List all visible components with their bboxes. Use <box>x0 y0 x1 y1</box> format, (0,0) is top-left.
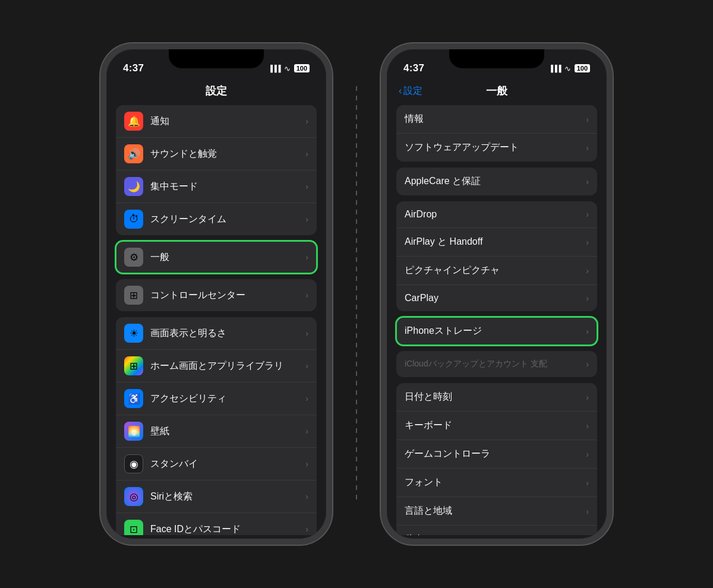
right-phone-frame: 4:37 ▐▐▐ ∿ 100 ‹ 設定 一般 情報 › <box>381 43 613 545</box>
chevron-storage: › <box>586 327 589 336</box>
settings-item-icloud[interactable]: iCloudバックアップとアカウント 支配 › <box>396 351 597 377</box>
right-settings-group-storage: iPhoneストレージ › <box>396 317 597 345</box>
settings-group-display: ☀ 画面表示と明るさ › ⊞ ホーム画面とアプリライブラリ › ♿ アクセシビリ… <box>116 317 317 535</box>
focus-icon: 🌙 <box>124 177 143 196</box>
settings-item-accessibility[interactable]: ♿ アクセシビリティ › <box>116 382 317 415</box>
right-settings-group-3: AirDrop › AirPlay と Handoff › ピクチャインピクチャ… <box>396 201 597 311</box>
back-label: 設定 <box>403 85 422 97</box>
settings-item-storage[interactable]: iPhoneストレージ › <box>396 317 597 345</box>
settings-item-faceid[interactable]: ⊡ Face IDとパスコード › <box>116 513 317 535</box>
status-icons-right: ▐▐▐ ∿ 100 <box>548 64 590 73</box>
left-phone-frame: 4:37 ▐▐▐ ∿ 100 設定 🔔 通知 › <box>100 43 332 545</box>
settings-item-homescreen[interactable]: ⊞ ホーム画面とアプリライブラリ › <box>116 350 317 382</box>
pip-label: ピクチャインピクチャ <box>405 264 586 277</box>
carplay-label: CarPlay <box>405 293 586 304</box>
page-title-right: 一般 <box>486 84 507 98</box>
screentime-icon: ⏱ <box>124 210 143 229</box>
faceid-icon: ⊡ <box>124 520 143 535</box>
chevron-standby: › <box>305 459 308 469</box>
chevron-airplay: › <box>586 238 589 247</box>
settings-list-left: 🔔 通知 › 🔊 サウンドと触覚 › 🌙 集中モード › ⏱ スクリーンタイム <box>106 105 326 535</box>
settings-item-airdrop[interactable]: AirDrop › <box>396 201 597 228</box>
signal-icon-right: ▐▐▐ <box>548 65 560 72</box>
settings-group-1: 🔔 通知 › 🔊 サウンドと触覚 › 🌙 集中モード › ⏱ スクリーンタイム <box>116 105 317 235</box>
nav-header-left: 設定 <box>106 79 326 105</box>
page-title-left: 設定 <box>206 84 227 98</box>
chevron-airdrop: › <box>586 210 589 219</box>
chevron-accessibility: › <box>305 394 308 403</box>
chevron-screentime: › <box>305 214 308 224</box>
chevron-pip: › <box>586 266 589 276</box>
sound-label: サウンドと触覚 <box>150 148 305 160</box>
settings-item-datetime[interactable]: 日付と時刻 › <box>396 383 597 412</box>
chevron-datetime: › <box>586 393 589 402</box>
applecare-label: AppleCare と保証 <box>405 175 586 188</box>
chevron-carplay: › <box>586 293 589 303</box>
display-icon: ☀ <box>124 324 143 343</box>
nav-header-right: ‹ 設定 一般 <box>387 79 607 105</box>
airdrop-label: AirDrop <box>405 209 586 220</box>
settings-item-focus[interactable]: 🌙 集中モード › <box>116 170 317 203</box>
chevron-display: › <box>305 328 308 338</box>
battery-indicator-right: 100 <box>575 64 590 72</box>
settings-item-wallpaper[interactable]: 🌅 壁紙 › <box>116 415 317 448</box>
time-right: 4:37 <box>403 62 424 74</box>
settings-item-general[interactable]: ⚙ 一般 › <box>116 241 317 273</box>
control-icon: ⊞ <box>124 286 143 305</box>
chevron-software: › <box>586 143 589 153</box>
right-settings-group-1: 情報 › ソフトウェアアップデート › <box>396 105 597 162</box>
standby-label: スタンバイ <box>150 458 305 470</box>
settings-item-display[interactable]: ☀ 画面表示と明るさ › <box>116 317 317 350</box>
keyboard-label: キーボード <box>405 419 586 432</box>
chevron-fonts: › <box>586 478 589 488</box>
settings-item-keyboard[interactable]: キーボード › <box>396 412 597 440</box>
gamecontroller-label: ゲームコントローラ <box>405 448 586 460</box>
chevron-focus: › <box>305 182 308 191</box>
chevron-applecare: › <box>586 177 589 186</box>
wallpaper-icon: 🌅 <box>124 422 143 441</box>
storage-label: iPhoneストレージ <box>405 325 586 337</box>
settings-item-pip[interactable]: ピクチャインピクチャ › <box>396 257 597 285</box>
settings-item-sound[interactable]: 🔊 サウンドと触覚 › <box>116 138 317 170</box>
chevron-homescreen: › <box>305 361 308 371</box>
settings-item-applecare[interactable]: AppleCare と保証 › <box>396 167 597 195</box>
phone-divider <box>356 86 357 502</box>
settings-item-airplay[interactable]: AirPlay と Handoff › <box>396 228 597 257</box>
left-phone: 4:37 ▐▐▐ ∿ 100 設定 🔔 通知 › <box>100 43 332 545</box>
screentime-label: スクリーンタイム <box>150 213 305 226</box>
settings-item-fonts[interactable]: フォント › <box>396 469 597 497</box>
homescreen-icon: ⊞ <box>124 356 143 375</box>
fonts-label: フォント <box>405 476 586 489</box>
settings-item-control[interactable]: ⊞ コントロールセンター › <box>116 279 317 311</box>
settings-item-info[interactable]: 情報 › <box>396 105 597 134</box>
standby-icon: ◉ <box>124 454 143 473</box>
sound-icon: 🔊 <box>124 144 143 163</box>
chevron-language: › <box>586 507 589 516</box>
settings-item-standby[interactable]: ◉ スタンバイ › <box>116 448 317 480</box>
general-label: 一般 <box>150 251 305 264</box>
chevron-control: › <box>305 290 308 300</box>
icloud-label: iCloudバックアップとアカウント 支配 <box>405 359 586 369</box>
settings-item-notifications[interactable]: 🔔 通知 › <box>116 105 317 138</box>
settings-item-dictionary[interactable]: 辞書 › <box>396 526 597 535</box>
dictionary-label: 辞書 <box>405 533 586 535</box>
chevron-dictionary: › <box>586 535 589 536</box>
right-settings-group-2: AppleCare と保証 › <box>396 167 597 195</box>
info-label: 情報 <box>405 113 586 125</box>
control-label: コントロールセンター <box>150 289 305 302</box>
settings-item-carplay[interactable]: CarPlay › <box>396 285 597 311</box>
right-settings-group-5: iCloudバックアップとアカウント 支配 › <box>396 351 597 377</box>
settings-item-gamecontroller[interactable]: ゲームコントローラ › <box>396 440 597 469</box>
chevron-siri: › <box>305 492 308 501</box>
settings-group-general: ⚙ 一般 › <box>116 241 317 273</box>
settings-item-language[interactable]: 言語と地域 › <box>396 497 597 526</box>
chevron-wallpaper: › <box>305 426 308 436</box>
airplay-label: AirPlay と Handoff <box>405 236 586 248</box>
settings-item-screentime[interactable]: ⏱ スクリーンタイム › <box>116 203 317 235</box>
chevron-info: › <box>586 115 589 124</box>
chevron-keyboard: › <box>586 421 589 431</box>
settings-item-software[interactable]: ソフトウェアアップデート › <box>396 134 597 162</box>
chevron-general: › <box>305 252 308 262</box>
back-button[interactable]: ‹ 設定 <box>399 85 422 97</box>
settings-item-siri[interactable]: ◎ Siriと検索 › <box>116 480 317 513</box>
